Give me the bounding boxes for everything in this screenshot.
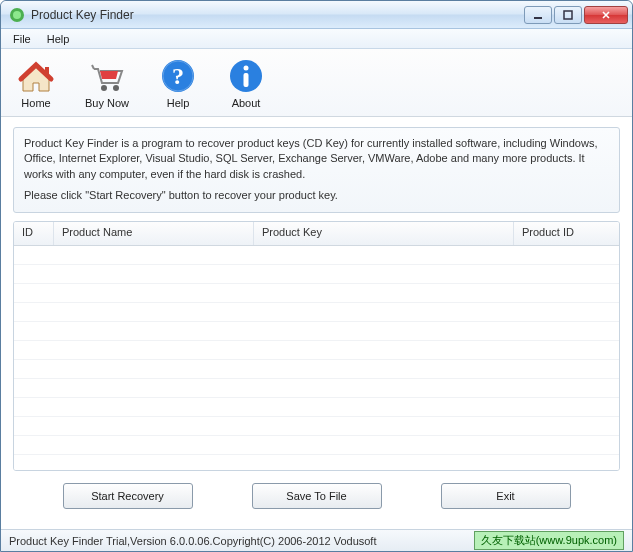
table-row (14, 379, 619, 398)
menu-help[interactable]: Help (39, 31, 78, 47)
col-product-name[interactable]: Product Name (54, 222, 254, 245)
svg-point-6 (113, 85, 119, 91)
svg-rect-4 (45, 67, 49, 75)
save-to-file-button[interactable]: Save To File (252, 483, 382, 509)
app-icon (9, 7, 25, 23)
close-button[interactable] (584, 6, 628, 24)
svg-point-1 (13, 11, 21, 19)
table-row (14, 265, 619, 284)
svg-point-5 (101, 85, 107, 91)
home-icon (17, 57, 55, 95)
home-label: Home (21, 97, 50, 109)
table-row (14, 322, 619, 341)
info-panel: Product Key Finder is a program to recov… (13, 127, 620, 213)
titlebar[interactable]: Product Key Finder (1, 1, 632, 29)
window-controls (524, 6, 628, 24)
col-id[interactable]: ID (14, 222, 54, 245)
table-row (14, 436, 619, 455)
table-row (14, 341, 619, 360)
exit-button[interactable]: Exit (441, 483, 571, 509)
col-product-id[interactable]: Product ID (514, 222, 619, 245)
statusbar: Product Key Finder Trial,Version 6.0.0.0… (1, 529, 632, 551)
content-area: Product Key Finder is a program to recov… (1, 117, 632, 529)
table-row (14, 398, 619, 417)
buynow-button[interactable]: Buy Now (79, 55, 135, 111)
table-row (14, 284, 619, 303)
svg-text:?: ? (172, 63, 184, 89)
results-table: ID Product Name Product Key Product ID (13, 221, 620, 471)
buynow-label: Buy Now (85, 97, 129, 109)
table-row (14, 303, 619, 322)
table-row (14, 417, 619, 436)
info-icon (227, 57, 265, 95)
info-text-2: Please click "Start Recovery" button to … (24, 188, 609, 203)
toolbar: Home Buy Now ? Help About (1, 49, 632, 117)
svg-rect-3 (564, 11, 572, 19)
home-button[interactable]: Home (11, 55, 61, 111)
svg-rect-12 (244, 73, 249, 87)
table-header: ID Product Name Product Key Product ID (14, 222, 619, 246)
about-button[interactable]: About (221, 55, 271, 111)
table-body[interactable] (14, 246, 619, 470)
help-label: Help (167, 97, 190, 109)
help-button[interactable]: ? Help (153, 55, 203, 111)
minimize-button[interactable] (524, 6, 552, 24)
start-recovery-button[interactable]: Start Recovery (63, 483, 193, 509)
table-row (14, 246, 619, 265)
status-text: Product Key Finder Trial,Version 6.0.0.0… (9, 535, 474, 547)
app-window: Product Key Finder File Help Home Buy No… (0, 0, 633, 552)
info-text-1: Product Key Finder is a program to recov… (24, 136, 609, 182)
svg-point-11 (244, 65, 249, 70)
col-product-key[interactable]: Product Key (254, 222, 514, 245)
maximize-button[interactable] (554, 6, 582, 24)
svg-rect-2 (534, 17, 542, 19)
menubar: File Help (1, 29, 632, 49)
help-icon: ? (159, 57, 197, 95)
menu-file[interactable]: File (5, 31, 39, 47)
watermark: 久友下载站(www.9upk.com) (474, 531, 624, 550)
about-label: About (232, 97, 261, 109)
cart-icon (88, 57, 126, 95)
table-row (14, 360, 619, 379)
window-title: Product Key Finder (31, 8, 524, 22)
button-row: Start Recovery Save To File Exit (13, 483, 620, 519)
